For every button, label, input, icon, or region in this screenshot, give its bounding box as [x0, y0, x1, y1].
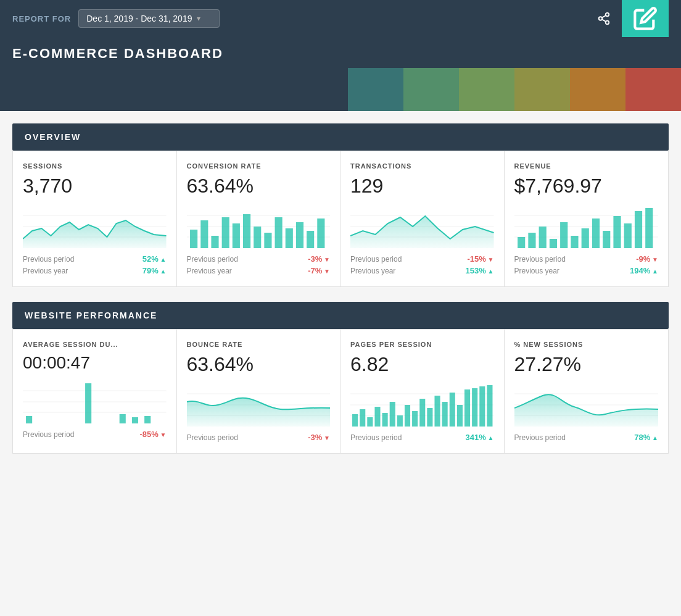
new-sessions-label: % NEW SESSIONS [514, 341, 659, 348]
revenue-prev-period-label: Previous period [514, 255, 566, 264]
svg-rect-12 [200, 220, 208, 248]
svg-rect-68 [434, 396, 440, 427]
transactions-prev-period-label: Previous period [350, 255, 402, 264]
svg-rect-14 [221, 217, 229, 248]
new-sessions-value: 27.27% [514, 353, 659, 376]
color-bands [348, 68, 681, 111]
svg-rect-46 [26, 416, 32, 423]
avg-session-stats: Previous period -85% [23, 430, 167, 439]
svg-rect-61 [382, 413, 388, 427]
transactions-value: 129 [350, 175, 494, 198]
edit-button[interactable] [622, 0, 669, 37]
chevron-down-icon: ▾ [197, 14, 200, 23]
svg-rect-41 [634, 211, 642, 248]
new-sessions-card: % NEW SESSIONS 27.27% [505, 330, 669, 453]
svg-rect-48 [120, 414, 126, 423]
avg-session-card: AVERAGE SESSION DU... 00:00:47 [13, 330, 177, 453]
svg-point-0 [606, 13, 609, 17]
svg-point-1 [599, 17, 603, 20]
conversion-prev-year-value: -7% [308, 266, 330, 275]
pages-per-session-chart [350, 383, 494, 427]
svg-point-2 [606, 21, 609, 25]
svg-rect-67 [427, 408, 432, 427]
pages-per-session-stats: Previous period 341% [350, 433, 494, 442]
conversion-value: 63.64% [187, 175, 331, 198]
svg-rect-69 [442, 402, 448, 427]
bounce-rate-prev-period-label: Previous period [187, 433, 238, 442]
pages-per-session-label: PAGES PER SESSION [350, 341, 494, 348]
svg-rect-15 [232, 223, 239, 248]
svg-rect-35 [571, 236, 578, 248]
svg-rect-64 [405, 405, 410, 427]
svg-rect-16 [242, 214, 250, 248]
new-sessions-prev-period-value: 78% [634, 433, 658, 442]
svg-rect-31 [528, 233, 535, 248]
svg-rect-17 [254, 227, 261, 248]
sessions-prev-period-label: Previous period [23, 255, 74, 264]
top-bar-actions [591, 0, 669, 37]
sessions-chart [23, 205, 167, 248]
transactions-chart [350, 205, 494, 248]
bounce-rate-value: 63.64% [187, 353, 331, 376]
svg-rect-50 [144, 416, 151, 423]
revenue-card: REVENUE $7,769.97 [505, 151, 669, 286]
top-bar: REPORT FOR Dec 1, 2019 - Dec 31, 2019 ▾ [0, 0, 681, 37]
page-title: E-COMMERCE DASHBOARD [12, 46, 669, 62]
conversion-stats: Previous period -3% Previous year -7% [187, 254, 331, 275]
sessions-prev-year-label: Previous year [23, 267, 68, 275]
pages-per-session-prev-period-value: 341% [466, 433, 494, 442]
transactions-label: TRANSACTIONS [350, 162, 494, 170]
svg-rect-59 [367, 417, 373, 427]
date-selector[interactable]: Dec 1, 2019 - Dec 31, 2019 ▾ [78, 9, 220, 28]
svg-rect-38 [603, 231, 610, 248]
revenue-prev-year-label: Previous year [514, 267, 559, 275]
share-button[interactable] [591, 0, 617, 37]
svg-rect-70 [450, 393, 455, 427]
conversion-label: CONVERSION RATE [187, 162, 331, 170]
svg-rect-20 [285, 228, 292, 248]
svg-rect-18 [264, 233, 271, 248]
svg-rect-75 [487, 385, 492, 427]
svg-rect-58 [360, 409, 365, 427]
svg-rect-60 [374, 407, 380, 427]
svg-rect-57 [352, 414, 358, 427]
overview-header: OVERVIEW [12, 123, 669, 151]
website-performance-cards-grid: AVERAGE SESSION DU... 00:00:47 [12, 329, 669, 454]
svg-rect-21 [295, 222, 303, 248]
revenue-label: REVENUE [514, 162, 659, 170]
revenue-chart [514, 205, 659, 248]
sessions-prev-period-value: 52% [142, 254, 167, 264]
svg-rect-72 [464, 389, 470, 427]
website-performance-header: WEBSITE PERFORMANCE [12, 302, 669, 329]
conversion-rate-card: CONVERSION RATE 63.64% [177, 151, 341, 286]
sessions-stats: Previous period 52% Previous year 79% [23, 254, 167, 275]
svg-line-3 [602, 19, 606, 22]
new-sessions-stats: Previous period 78% [514, 433, 659, 442]
bounce-rate-prev-period-value: -3% [308, 433, 330, 442]
title-bar: E-COMMERCE DASHBOARD [0, 37, 681, 111]
new-sessions-chart [514, 383, 659, 427]
svg-rect-11 [190, 230, 197, 248]
svg-rect-42 [645, 208, 653, 248]
avg-session-label: AVERAGE SESSION DU... [23, 341, 167, 348]
sessions-card: SESSIONS 3,770 [13, 151, 177, 286]
svg-rect-65 [412, 411, 418, 427]
svg-rect-30 [518, 237, 525, 248]
transactions-card: TRANSACTIONS 129 [340, 151, 505, 286]
svg-line-4 [602, 15, 606, 18]
svg-rect-22 [307, 231, 314, 248]
transactions-stats: Previous period -15% Previous year 153% [350, 254, 494, 275]
bounce-rate-label: BOUNCE RATE [187, 341, 331, 348]
avg-session-chart [23, 380, 167, 423]
conversion-prev-year-label: Previous year [187, 267, 232, 275]
main-content: OVERVIEW SESSIONS 3,770 [0, 111, 681, 466]
revenue-prev-period-value: -9% [636, 254, 658, 264]
avg-session-prev-period-label: Previous period [23, 430, 74, 439]
report-for-label: REPORT FOR [12, 14, 71, 23]
bounce-rate-card: BOUNCE RATE 63.64% [177, 330, 341, 453]
svg-rect-62 [390, 402, 395, 427]
svg-rect-23 [317, 219, 324, 248]
pages-per-session-prev-period-label: Previous period [350, 433, 402, 442]
pages-per-session-value: 6.82 [350, 353, 494, 376]
svg-rect-32 [539, 227, 546, 248]
